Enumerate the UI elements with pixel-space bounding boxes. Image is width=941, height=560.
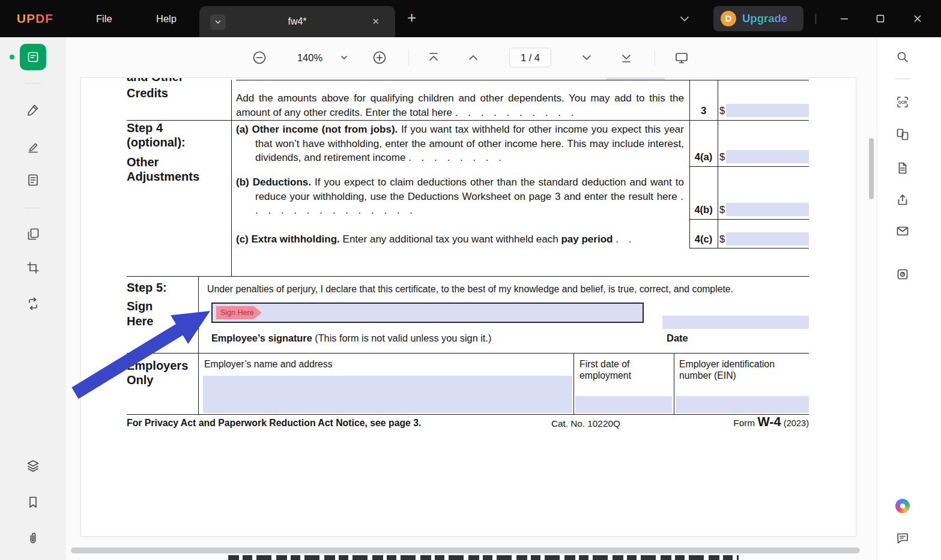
upgrade-label: Upgrade (742, 6, 787, 31)
step3-label-partial: and Other (127, 78, 183, 84)
line-4c-body: Enter any additional tax you want withhe… (343, 233, 558, 245)
grid-line (718, 80, 718, 248)
form-year: (2023) (784, 418, 809, 428)
upgrade-button[interactable]: D Upgrade (713, 6, 803, 31)
presentation-mode-button[interactable] (671, 47, 692, 68)
zoom-out-button[interactable] (249, 47, 270, 68)
form-field-4c[interactable] (726, 232, 809, 245)
horizontal-scrollbar-thumb[interactable] (71, 547, 860, 553)
close-icon (913, 14, 922, 23)
chevron-down-icon (340, 53, 348, 62)
tool-comment[interactable] (21, 98, 45, 122)
date-field[interactable] (662, 316, 809, 329)
zoom-level[interactable]: 140% (289, 52, 331, 64)
updf-logo[interactable]: UPDF (17, 0, 53, 37)
sign-here-flag[interactable]: Sign Here (216, 306, 262, 319)
share-icon (895, 193, 910, 207)
step5-title: Step 5: (127, 281, 167, 295)
tool-share[interactable] (891, 188, 915, 212)
toolbar-collapse-button[interactable] (677, 11, 692, 28)
convert-arrows-icon (26, 297, 40, 311)
next-page-button[interactable] (576, 47, 598, 68)
tool-bookmark[interactable] (21, 490, 45, 514)
employer-name-field[interactable] (203, 376, 572, 413)
view-toolbar: 140% 1 / 4 (66, 37, 877, 78)
envelope-icon (895, 224, 910, 238)
comment-bubble-icon (895, 531, 910, 546)
form-field-4a[interactable] (726, 150, 809, 163)
maximize-icon (876, 14, 885, 23)
user-avatar[interactable]: D (721, 11, 736, 26)
menu-help[interactable]: Help (148, 0, 185, 37)
next-page-clipped-content (228, 555, 739, 560)
tool-layers[interactable] (21, 454, 45, 478)
sidebar-divider (895, 79, 910, 79)
document-icon (895, 161, 910, 175)
tool-forms[interactable] (21, 168, 45, 192)
dot-leader: . . (616, 233, 632, 245)
grid-line (689, 166, 809, 167)
chevron-up-icon (466, 50, 480, 65)
tool-attachment[interactable] (21, 526, 45, 550)
marker-pen-icon (26, 103, 40, 117)
arrow-annotation[interactable] (66, 306, 222, 408)
date-caption: Date (667, 333, 688, 344)
signature-field[interactable]: Sign Here (211, 303, 644, 323)
step4-subtitle: (optional): (127, 136, 186, 149)
layers-icon (26, 459, 40, 473)
close-button[interactable] (904, 0, 931, 37)
row3-number: 3 (689, 105, 718, 116)
svg-text:OCR: OCR (898, 100, 907, 104)
tool-crop[interactable] (21, 256, 45, 280)
safe-lock-icon (895, 267, 910, 282)
new-tab-button[interactable]: + (402, 0, 421, 37)
tool-edit[interactable] (21, 134, 45, 158)
first-date-label-1: First date of (579, 359, 629, 370)
tool-comment-panel[interactable] (891, 526, 915, 550)
form-field-3[interactable] (726, 104, 809, 117)
previous-page-button[interactable] (462, 47, 484, 68)
tool-summary[interactable] (891, 156, 915, 180)
ai-flower-icon (895, 499, 910, 513)
document-tab[interactable]: fw4* ✕ (199, 6, 395, 37)
edit-pencil-icon (26, 139, 40, 154)
vertical-scrollbar-thumb[interactable] (869, 138, 874, 199)
tool-search[interactable] (891, 45, 915, 69)
first-page-button[interactable] (423, 47, 444, 68)
tool-mail[interactable] (891, 219, 915, 243)
minimize-icon (840, 14, 849, 23)
compare-pages-icon (895, 127, 910, 142)
form-designation: Form W-4 (2023) (706, 415, 809, 430)
main-area: 140% 1 / 4 (66, 37, 877, 560)
tool-compare[interactable] (891, 122, 915, 146)
step4-title2a: Other (127, 155, 159, 169)
form-field-4b[interactable] (726, 203, 809, 216)
catalog-number: Cat. No. 10220Q (551, 418, 620, 429)
tool-organize-pages[interactable] (21, 222, 45, 246)
page-indicator[interactable]: 1 / 4 (509, 48, 551, 68)
ein-field[interactable] (676, 396, 809, 413)
titlebar: UPDF File Help fw4* ✕ + D Upgrade | (0, 0, 941, 37)
row4a-currency: $ (719, 151, 725, 163)
row4c-number: 4(c) (689, 233, 718, 245)
document-canvas[interactable]: and Other Credits Add the amounts above … (66, 78, 877, 560)
last-page-button[interactable] (616, 47, 637, 68)
tool-reader[interactable] (20, 44, 46, 70)
tab-title: fw4* (199, 6, 395, 37)
minimize-button[interactable] (831, 0, 858, 37)
tool-ai-assistant[interactable] (891, 494, 915, 518)
tab-close-icon[interactable]: ✕ (372, 6, 380, 37)
menu-file[interactable]: File (88, 0, 121, 37)
tool-convert[interactable] (21, 292, 45, 316)
zoom-in-button[interactable] (369, 47, 390, 68)
maximize-button[interactable] (867, 0, 894, 37)
row4b-number: 4(b) (689, 204, 718, 215)
row4c-currency: $ (719, 233, 725, 245)
zoom-dropdown[interactable] (337, 47, 351, 68)
tool-ocr[interactable]: OCR (891, 90, 915, 114)
grid-line (236, 80, 809, 80)
tool-protect[interactable] (891, 262, 915, 286)
right-toolbar: OCR (877, 37, 941, 560)
line-4a-text: (a) Other income (not from jobs). If you… (236, 122, 684, 165)
first-date-field[interactable] (575, 396, 672, 413)
